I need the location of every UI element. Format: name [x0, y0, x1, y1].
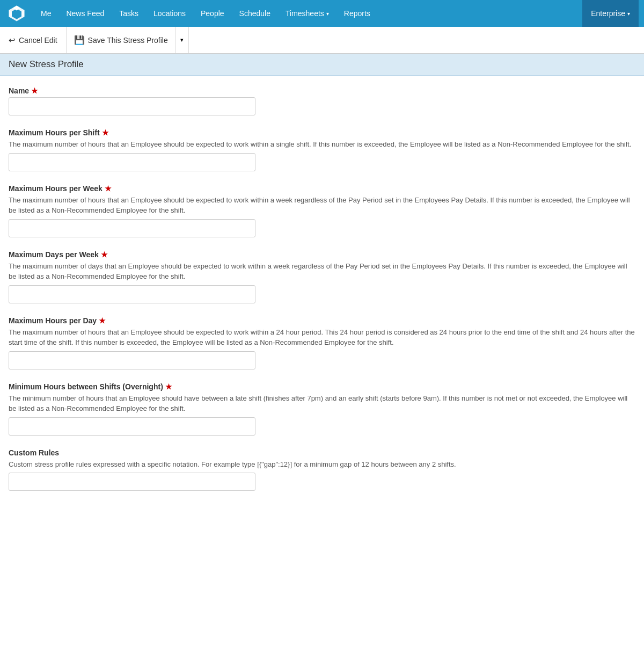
- name-input[interactable]: [9, 97, 255, 115]
- field-group-max-hours-week: Maximum Hours per Week ★ The maximum num…: [9, 184, 635, 237]
- field-group-name: Name ★: [9, 86, 635, 115]
- page-title: New Stress Profile: [9, 59, 635, 70]
- save-dropdown-arrow-button[interactable]: ▾: [175, 27, 188, 53]
- nav-item-schedule[interactable]: Schedule: [232, 0, 278, 27]
- field-label-min-hours-overnight: Minimum Hours between Shifts (Overnight)…: [9, 382, 635, 391]
- field-label-custom-rules: Custom Rules: [9, 448, 635, 457]
- custom-rules-input[interactable]: [9, 473, 255, 491]
- max-hours-day-input[interactable]: [9, 351, 255, 369]
- field-desc-max-hours-shift: The maximum number of hours that an Empl…: [9, 139, 635, 150]
- nav-item-locations[interactable]: Locations: [146, 0, 193, 27]
- nav-item-news-feed[interactable]: News Feed: [58, 0, 112, 27]
- nav-item-enterprise[interactable]: Enterprise ▾: [582, 0, 639, 27]
- field-label-name: Name ★: [9, 86, 635, 95]
- page-header: New Stress Profile: [0, 54, 644, 76]
- field-label-max-hours-week: Maximum Hours per Week ★: [9, 184, 635, 193]
- field-desc-custom-rules: Custom stress profile rules expressed wi…: [9, 459, 635, 470]
- required-star-max-days-week: ★: [101, 250, 108, 259]
- save-button[interactable]: 💾 Save This Stress Profile: [67, 27, 175, 53]
- form-content: Name ★ Maximum Hours per Shift ★ The max…: [0, 76, 644, 514]
- undo-icon: ↩: [9, 35, 16, 45]
- required-star-max-hours-week: ★: [105, 184, 112, 193]
- nav-item-reports[interactable]: Reports: [336, 0, 378, 27]
- toolbar: ↩ Cancel Edit 💾 Save This Stress Profile…: [0, 27, 644, 54]
- max-hours-week-input[interactable]: [9, 219, 255, 237]
- app-logo[interactable]: [5, 2, 28, 25]
- max-hours-shift-input[interactable]: [9, 153, 255, 171]
- min-hours-overnight-input[interactable]: [9, 417, 255, 436]
- save-button-label: Save This Stress Profile: [88, 36, 168, 45]
- required-star-max-hours-shift: ★: [102, 128, 109, 137]
- timesheets-dropdown-arrow: ▾: [326, 11, 329, 17]
- field-group-custom-rules: Custom Rules Custom stress profile rules…: [9, 448, 635, 491]
- cancel-edit-button[interactable]: ↩ Cancel Edit: [0, 27, 67, 53]
- nav-item-tasks[interactable]: Tasks: [112, 0, 146, 27]
- field-desc-max-days-week: The maximum number of days that an Emplo…: [9, 261, 635, 282]
- required-star-name: ★: [31, 86, 38, 95]
- nav-item-people[interactable]: People: [193, 0, 232, 27]
- cancel-edit-label: Cancel Edit: [19, 36, 57, 45]
- main-nav: Me News Feed Tasks Locations People Sche…: [0, 0, 644, 27]
- nav-item-timesheets[interactable]: Timesheets ▾: [278, 0, 336, 27]
- field-label-max-hours-shift: Maximum Hours per Shift ★: [9, 128, 635, 137]
- field-desc-max-hours-week: The maximum number of hours that an Empl…: [9, 195, 635, 216]
- field-desc-min-hours-overnight: The minimum number of hours that an Empl…: [9, 393, 635, 414]
- required-star-min-hours-overnight: ★: [165, 382, 172, 391]
- field-label-max-hours-day: Maximum Hours per Day ★: [9, 316, 635, 325]
- floppy-icon: 💾: [74, 35, 85, 45]
- field-group-min-hours-overnight: Minimum Hours between Shifts (Overnight)…: [9, 382, 635, 436]
- save-split-button: 💾 Save This Stress Profile ▾: [67, 27, 189, 53]
- field-desc-max-hours-day: The maximum number of hours that an Empl…: [9, 327, 635, 348]
- enterprise-dropdown-arrow: ▾: [627, 11, 630, 17]
- field-label-max-days-week: Maximum Days per Week ★: [9, 250, 635, 259]
- field-group-max-hours-shift: Maximum Hours per Shift ★ The maximum nu…: [9, 128, 635, 171]
- required-star-max-hours-day: ★: [99, 316, 106, 325]
- field-group-max-days-week: Maximum Days per Week ★ The maximum numb…: [9, 250, 635, 303]
- field-group-max-hours-day: Maximum Hours per Day ★ The maximum numb…: [9, 316, 635, 369]
- chevron-down-icon: ▾: [180, 37, 184, 44]
- max-days-week-input[interactable]: [9, 285, 255, 303]
- nav-item-me[interactable]: Me: [33, 0, 58, 27]
